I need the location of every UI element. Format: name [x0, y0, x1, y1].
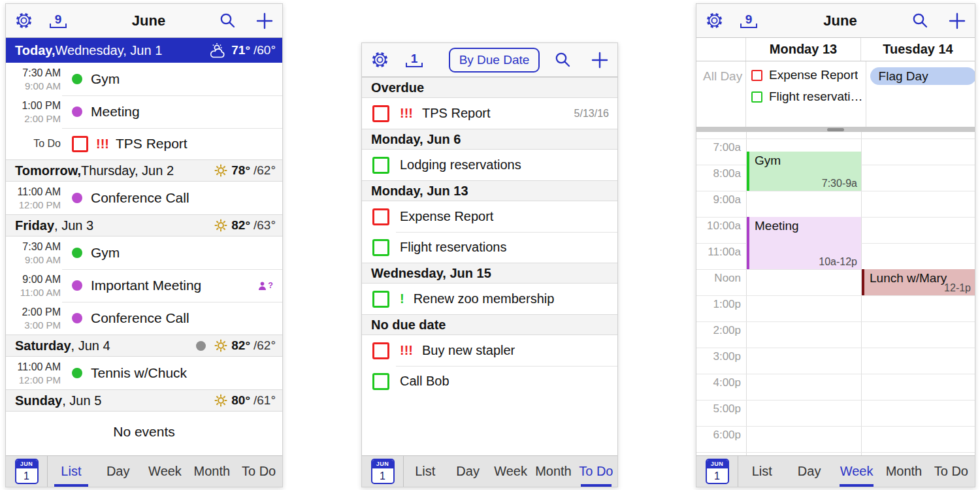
grid-hour-line	[696, 348, 975, 348]
week-event[interactable]: Meeting10a-12p	[747, 217, 861, 269]
tab-list[interactable]: List	[48, 456, 95, 487]
add-task-icon[interactable]	[591, 52, 608, 69]
calendar-color-dot-icon	[72, 193, 82, 203]
todo-section-items: Expense ReportFlight reservations	[362, 201, 617, 263]
todo-row[interactable]: Flight reservations	[362, 232, 617, 263]
todo-checkbox[interactable]	[372, 157, 389, 174]
event-row[interactable]: 7:30 AM9:00 AMGym	[6, 237, 282, 269]
today-date-icon[interactable]: JUN1	[371, 459, 395, 484]
settings-gear-icon[interactable]	[15, 12, 33, 29]
day-section-items: 7:30 AM9:00 AMGym9:00 AM11:00 AMImportan…	[6, 237, 282, 335]
event-row[interactable]: 11:00 AM12:00 PMConference Call	[6, 182, 282, 214]
tab-day[interactable]: Day	[95, 456, 142, 487]
header-left-icons: 9	[15, 12, 92, 29]
calendar-badge-button[interactable]: 9	[740, 14, 757, 28]
grid-hour-line	[696, 426, 975, 427]
tab-week[interactable]: Week	[833, 456, 880, 487]
weather-low-temp: /62°	[253, 338, 276, 353]
calendar-badge-button[interactable]: 9	[50, 14, 67, 28]
calendar-color-dot-icon	[72, 280, 82, 291]
search-icon[interactable]	[219, 12, 237, 29]
all-day-event-pill[interactable]: Flag Day	[870, 67, 975, 85]
event-row[interactable]: 2:00 PM3:00 PMConference Call	[6, 302, 282, 335]
weather-high-temp: 82°	[231, 338, 250, 353]
all-day-tuesday-column: Flag Day	[866, 61, 975, 127]
day-section-header[interactable]: Tomorrow, Thursday, Jun 278°/62°	[6, 159, 282, 182]
tab-month[interactable]: Month	[532, 456, 574, 487]
week-event[interactable]: Lunch w/Mary12-1p	[862, 269, 975, 295]
todo-row[interactable]: !Renew zoo membership	[362, 284, 617, 314]
event-end-time: 11:00 AM	[6, 287, 61, 298]
todo-checkbox[interactable]	[372, 208, 389, 225]
all-day-drag-handle[interactable]	[696, 127, 975, 132]
tab-list[interactable]: List	[404, 456, 446, 487]
tab-week[interactable]: Week	[489, 456, 532, 487]
sort-by-due-date-button[interactable]: By Due Date	[449, 48, 540, 73]
settings-gear-icon[interactable]	[706, 12, 723, 29]
todo-checkbox[interactable]	[372, 105, 389, 122]
todo-checkbox[interactable]	[72, 136, 88, 152]
todo-title: Buy new stapler	[422, 343, 515, 358]
todo-title: Lodging reservations	[400, 157, 521, 172]
calendar-badge-button[interactable]: 1	[406, 53, 423, 67]
day-section-header[interactable]: Sunday, Jun 580°/61°	[6, 389, 282, 412]
day-section-header[interactable]: Friday, Jun 382°/63°	[6, 214, 282, 237]
todo-checkbox[interactable]	[751, 91, 762, 103]
all-day-todo-row[interactable]: Expense Report	[751, 67, 863, 83]
hour-label: Noon	[696, 272, 741, 285]
grid-hour-line	[696, 452, 975, 453]
add-event-icon[interactable]	[949, 12, 966, 29]
tab-day[interactable]: Day	[446, 456, 489, 487]
date-icon-day: 1	[372, 468, 393, 483]
todo-row[interactable]: Expense Report	[362, 201, 617, 232]
event-row[interactable]: 7:30 AM9:00 AMGym	[6, 63, 282, 95]
tab-month[interactable]: Month	[188, 456, 235, 487]
hour-label: 9:00a	[696, 193, 741, 206]
tab-to-do[interactable]: To Do	[928, 456, 975, 487]
event-row[interactable]: 1:00 PM2:00 PMMeeting	[6, 95, 282, 128]
tab-list[interactable]: List	[738, 456, 785, 487]
todo-checkbox[interactable]	[372, 373, 389, 390]
tab-to-do[interactable]: To Do	[575, 456, 617, 487]
event-row[interactable]: 11:00 AM12:00 PMTennis w/Chuck	[6, 357, 282, 389]
event-start-time: 2:00 PM	[6, 306, 61, 318]
day-section-header-rest: , Jun 4	[71, 338, 110, 353]
settings-gear-icon[interactable]	[371, 51, 389, 69]
day-section-items: 11:00 AM12:00 PMTennis w/Chuck	[6, 357, 282, 389]
day-header-tuesday[interactable]: Tuesday 14	[861, 38, 975, 61]
todo-section-header: Monday, Jun 13	[362, 180, 617, 201]
event-row[interactable]: 9:00 AM11:00 AMImportant Meeting?	[6, 269, 282, 302]
todo-row[interactable]: Call Bob	[362, 366, 617, 397]
calendar-color-dot-icon	[72, 313, 82, 323]
attendee-status-icon: ?	[257, 281, 273, 291]
week-event[interactable]: Gym7:30-9a	[747, 152, 861, 191]
tab-day[interactable]: Day	[785, 456, 832, 487]
today-date-icon[interactable]: JUN1	[15, 459, 39, 484]
todo-row[interactable]: Lodging reservations	[362, 150, 617, 180]
hour-label: 1:00p	[696, 298, 741, 311]
search-icon[interactable]	[911, 12, 929, 29]
all-day-todo-row[interactable]: Flight reservati…	[751, 89, 863, 105]
tab-week[interactable]: Week	[142, 456, 189, 487]
day-section-header-bold: Tomorrow,	[15, 163, 81, 178]
todo-checkbox[interactable]	[372, 239, 389, 256]
todo-row[interactable]: !!!TPS Report5/13/16	[362, 98, 617, 129]
todo-checkbox[interactable]	[372, 291, 389, 308]
search-icon[interactable]	[554, 51, 572, 69]
day-section-header[interactable]: Today, Wednesday, Jun 171°/60°	[6, 38, 282, 63]
todo-row[interactable]: To Do!!!TPS Report	[6, 128, 282, 159]
todo-title: TPS Report	[116, 136, 188, 152]
header-left-icons: 9	[706, 12, 783, 29]
add-event-icon[interactable]	[256, 12, 273, 29]
todo-checkbox[interactable]	[751, 70, 762, 81]
today-date-icon[interactable]: JUN1	[706, 459, 729, 484]
event-end-time: 12:00 PM	[6, 199, 61, 210]
todo-row[interactable]: !!!Buy new stapler	[362, 335, 617, 366]
tab-to-do[interactable]: To Do	[235, 456, 282, 487]
day-section-header[interactable]: Saturday, Jun 482°/62°	[6, 335, 282, 357]
day-header-monday[interactable]: Monday 13	[746, 38, 861, 61]
todo-checkbox[interactable]	[372, 342, 389, 359]
date-icon-wrap: JUN1	[6, 456, 48, 487]
weather-sun-icon	[214, 218, 228, 233]
tab-month[interactable]: Month	[880, 456, 927, 487]
